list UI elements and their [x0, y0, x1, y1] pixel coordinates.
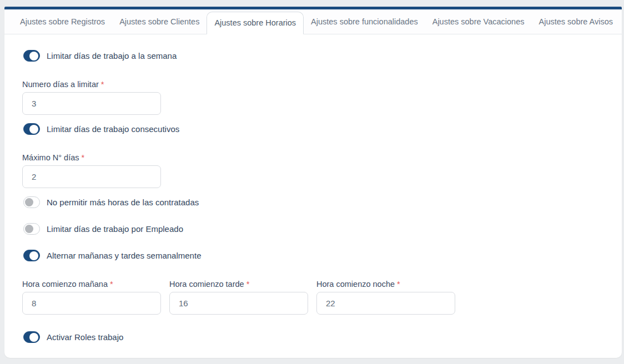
tab-ajustes-sobre-clientes[interactable]: Ajustes sobre Clientes — [112, 9, 207, 34]
tab-ajustes-sobre-funcionalidades[interactable]: Ajustes sobre funcionalidades — [304, 9, 425, 34]
group-numero-dias-limitar: Numero días a limitar * — [22, 80, 604, 115]
toggle-limitar-dias-semana[interactable] — [23, 50, 40, 62]
group-hora-comienzo-noche: Hora comienzo noche * — [316, 280, 455, 315]
required-asterisk: * — [246, 280, 250, 289]
required-asterisk: * — [397, 280, 400, 289]
switch-knob — [29, 333, 38, 342]
hora-comienzo-tarde-input[interactable] — [169, 292, 308, 315]
tab-ajustes-sobre-vacaciones[interactable]: Ajustes sobre Vacaciones — [425, 9, 532, 34]
toggle-alternar-mananas-tardes-label: Alternar mañanas y tardes semanalmente — [47, 250, 201, 261]
tab-ajustes-sobre-avisos[interactable]: Ajustes sobre Avisos — [532, 9, 621, 34]
switch-knob — [29, 52, 38, 60]
toggle-activar-roles[interactable] — [23, 331, 40, 343]
required-asterisk: * — [110, 280, 113, 289]
row-limitar-dias-semana: Limitar días de trabajo a la semana — [22, 50, 604, 62]
switch-knob — [29, 251, 38, 260]
toggle-alternar-mananas-tardes[interactable] — [23, 250, 40, 261]
toggle-no-permitir-mas-horas-label: No permitir más horas de las contratadas — [47, 196, 199, 208]
row-limitar-dias-empleado: Limitar días de trabajo por Empleado — [22, 223, 604, 235]
required-asterisk: * — [82, 153, 85, 162]
toggle-limitar-dias-consecutivos[interactable] — [23, 123, 40, 135]
hora-comienzo-noche-label: Hora comienzo noche * — [316, 280, 455, 289]
row-no-permitir-mas-horas: No permitir más horas de las contratadas — [22, 196, 604, 208]
row-horas-comienzo: Hora comienzo mañana * Hora comienzo tar… — [22, 280, 604, 323]
switch-knob — [29, 125, 38, 134]
group-maximo-dias: Máximo N° días * — [22, 153, 604, 188]
toggle-limitar-dias-consecutivos-label: Limitar días de trabajo consecutivos — [47, 123, 179, 135]
settings-tab-bar: Ajustes sobre Registros Ajustes sobre Cl… — [4, 9, 622, 34]
numero-dias-limitar-input[interactable] — [22, 92, 161, 115]
tab-panel-horarios: Limitar días de trabajo a la semana Nume… — [4, 34, 622, 343]
hora-comienzo-manana-label: Hora comienzo mañana * — [22, 280, 161, 289]
hora-comienzo-noche-input[interactable] — [316, 292, 455, 315]
row-alternar-mananas-tardes: Alternar mañanas y tardes semanalmente — [22, 250, 604, 261]
switch-knob — [25, 198, 33, 206]
required-asterisk: * — [101, 80, 104, 89]
row-activar-roles: Activar Roles trabajo — [22, 331, 604, 343]
maximo-dias-label: Máximo N° días * — [22, 153, 604, 162]
toggle-no-permitir-mas-horas[interactable] — [23, 196, 40, 208]
settings-card: Ajustes sobre Registros Ajustes sobre Cl… — [4, 7, 622, 358]
toggle-limitar-dias-empleado-label: Limitar días de trabajo por Empleado — [47, 223, 183, 235]
toggle-activar-roles-label: Activar Roles trabajo — [47, 331, 123, 343]
numero-dias-limitar-label: Numero días a limitar * — [22, 80, 604, 89]
toggle-limitar-dias-semana-label: Limitar días de trabajo a la semana — [47, 50, 177, 62]
group-hora-comienzo-manana: Hora comienzo mañana * — [22, 280, 161, 315]
toggle-limitar-dias-empleado[interactable] — [23, 223, 40, 235]
tab-ajustes-sobre-registros[interactable]: Ajustes sobre Registros — [13, 9, 112, 34]
hora-comienzo-tarde-label: Hora comienzo tarde * — [169, 280, 308, 289]
row-limitar-dias-consecutivos: Limitar días de trabajo consecutivos — [22, 123, 604, 135]
maximo-dias-input[interactable] — [22, 165, 161, 188]
switch-knob — [25, 225, 33, 233]
tab-ajustes-sobre-horarios[interactable]: Ajustes sobre Horarios — [207, 12, 304, 34]
group-hora-comienzo-tarde: Hora comienzo tarde * — [169, 280, 308, 315]
hora-comienzo-manana-input[interactable] — [22, 292, 161, 315]
